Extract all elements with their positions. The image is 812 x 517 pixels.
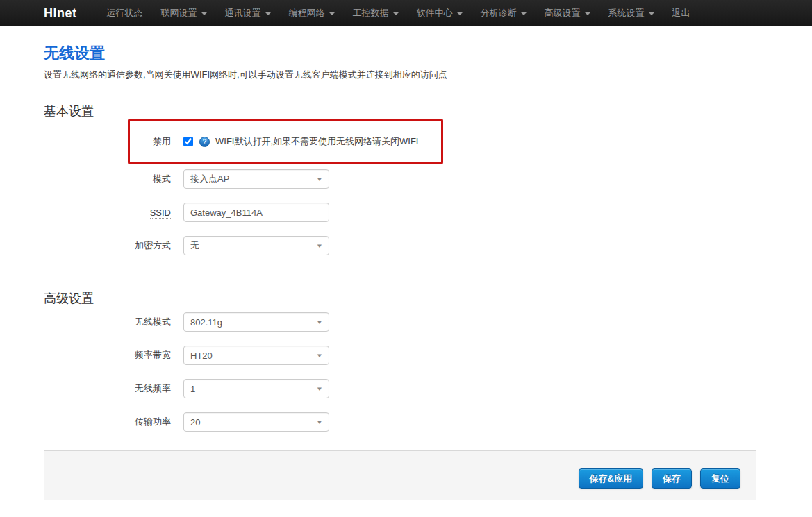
nav-item-label: 退出 [672,7,690,19]
section-basic-settings: 基本设置 禁用 ? WIFI默认打开,如果不需要使用无线网络请关闭WIFI 模式… [44,103,756,255]
bandwidth-select[interactable]: HT20 ▼ [183,346,329,365]
nav-item-running-status[interactable]: 运行状态 [98,0,152,26]
chevron-down-icon [393,12,399,15]
encryption-label: 加密方式 [44,239,171,252]
bandwidth-row: 频率带宽 HT20 ▼ [44,346,756,365]
help-icon[interactable]: ? [199,137,210,147]
nav-item-label: 联网设置 [161,7,197,19]
nav-item-label: 分析诊断 [481,7,517,19]
wireless-mode-row: 无线模式 802.11g ▼ [44,312,756,332]
reset-button[interactable]: 复位 [700,468,740,489]
channel-select-value: 1 [190,384,195,394]
page-subtitle: 设置无线网络的通信参数,当网关使用WIFI网络时,可以手动设置无线客户端模式并连… [44,69,756,81]
mode-label: 模式 [44,173,171,185]
mode-row: 模式 接入点AP ▼ [44,169,756,189]
chevron-down-icon [329,12,335,15]
chevron-down-icon [265,12,271,15]
nav-item-label: 运行状态 [107,7,143,19]
main-content: 无线设置 设置无线网络的通信参数,当网关使用WIFI网络时,可以手动设置无线客户… [0,43,756,432]
bandwidth-select-value: HT20 [190,350,213,361]
chevron-down-icon [521,12,527,15]
channel-select[interactable]: 1 ▼ [183,379,329,398]
nav-item-system-settings[interactable]: 系统设置 [599,0,663,26]
tx-power-row: 传输功率 20 ▼ [44,412,756,432]
dropdown-arrow-icon: ▼ [316,243,323,249]
nav-item-label: 软件中心 [417,7,453,19]
top-navbar: Hinet 运行状态 联网设置 通讯设置 编程网络 工控数据 软件中心 分析诊断… [0,0,812,26]
channel-row: 无线频率 1 ▼ [44,379,756,398]
tx-power-label: 传输功率 [44,416,171,428]
nav-item-programming-network[interactable]: 编程网络 [280,0,344,26]
ssid-label-text: SSID [150,207,171,219]
chevron-down-icon [201,12,207,15]
nav-item-industrial-data[interactable]: 工控数据 [344,0,408,26]
nav-item-label: 通讯设置 [225,7,261,19]
nav-item-advanced-settings[interactable]: 高级设置 [536,0,599,26]
dropdown-arrow-icon: ▼ [316,319,323,325]
ssid-row: SSID [44,203,756,222]
mode-select[interactable]: 接入点AP ▼ [183,169,329,189]
wireless-mode-select[interactable]: 802.11g ▼ [183,312,329,332]
encryption-select[interactable]: 无 ▼ [183,236,329,255]
tx-power-select-value: 20 [190,417,200,427]
wifi-disable-row: 禁用 ? WIFI默认打开,如果不需要使用无线网络请关闭WIFI [44,119,756,164]
nav-item-analysis-diagnosis[interactable]: 分析诊断 [472,0,536,26]
ssid-label: SSID [44,207,171,218]
mode-select-value: 接入点AP [190,173,229,185]
nav-item-label: 编程网络 [289,7,325,19]
wireless-mode-select-value: 802.11g [190,317,222,328]
brand-logo[interactable]: Hinet [44,6,77,21]
tx-power-select[interactable]: 20 ▼ [183,412,329,432]
save-button[interactable]: 保存 [652,468,692,489]
chevron-down-icon [457,12,463,15]
disable-checkbox[interactable] [183,137,193,146]
chevron-down-icon [585,12,590,15]
nav-item-label: 系统设置 [608,7,645,19]
dropdown-arrow-icon: ▼ [316,386,323,392]
channel-label: 无线频率 [44,382,171,395]
advanced-settings-heading: 高级设置 [44,290,756,307]
nav-item-label: 工控数据 [353,7,389,19]
disable-label: 禁用 [44,135,171,148]
action-footer: 保存&应用 保存 复位 [44,450,756,500]
section-advanced-settings: 高级设置 无线模式 802.11g ▼ 频率带宽 HT20 ▼ 无线频率 1 ▼… [44,290,756,432]
basic-settings-heading: 基本设置 [44,103,756,119]
ssid-input[interactable] [183,203,329,222]
dropdown-arrow-icon: ▼ [316,419,323,425]
save-apply-button[interactable]: 保存&应用 [579,468,643,489]
nav-item-logout[interactable]: 退出 [663,0,699,26]
disable-help-text: WIFI默认打开,如果不需要使用无线网络请关闭WIFI [215,135,418,148]
bandwidth-label: 频率带宽 [44,349,171,362]
page-title: 无线设置 [44,43,756,64]
chevron-down-icon [649,12,654,15]
dropdown-arrow-icon: ▼ [316,353,323,359]
encryption-row: 加密方式 无 ▼ [44,236,756,255]
nav-item-network-settings[interactable]: 联网设置 [152,0,216,26]
nav-item-comm-settings[interactable]: 通讯设置 [216,0,280,26]
nav-item-software-center[interactable]: 软件中心 [408,0,472,26]
wireless-mode-label: 无线模式 [44,316,171,328]
nav-item-label: 高级设置 [545,7,581,19]
encryption-select-value: 无 [190,239,199,252]
dropdown-arrow-icon: ▼ [316,176,323,183]
